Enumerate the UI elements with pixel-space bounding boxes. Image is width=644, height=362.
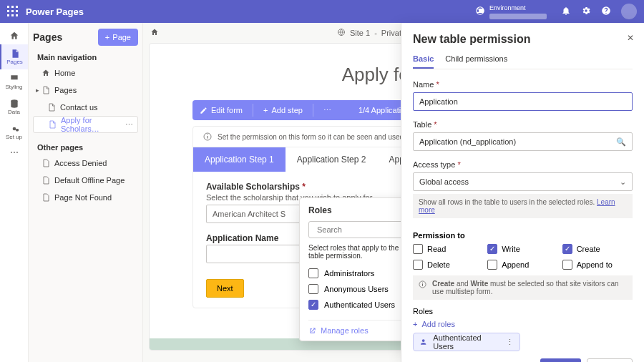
tree-apply[interactable]: Apply for Scholars… ⋯ (33, 116, 138, 133)
environment-icon (475, 6, 485, 18)
name-input[interactable]: Application (413, 92, 633, 111)
edit-form-label: Edit form (211, 106, 243, 114)
add-step-label: Add step (271, 106, 302, 114)
rail-data-label: Data (8, 109, 20, 115)
access-type-select[interactable]: Global access ⌄ (413, 172, 633, 191)
table-input[interactable]: Application (nd_application) 🔍 (413, 132, 633, 151)
other-pages-label: Other pages (37, 143, 138, 152)
manage-roles-link[interactable]: Manage roles (308, 320, 415, 335)
appname-label: Application Name (206, 233, 278, 243)
perm-appendto[interactable]: Append to (562, 260, 633, 270)
user-avatar[interactable] (621, 4, 637, 19)
rail-styling[interactable]: Styling (0, 69, 28, 94)
rail-home[interactable] (0, 27, 28, 44)
search-icon: 🔍 (616, 137, 626, 147)
tree-item-more[interactable]: ⋯ (125, 120, 133, 129)
environment-name-redacted (489, 14, 547, 19)
rail-pages-label: Pages (6, 59, 23, 65)
name-label: Name (413, 80, 434, 89)
tree-pages[interactable]: ▸ Pages (33, 82, 138, 99)
plus-icon: + (263, 106, 268, 114)
add-step-button[interactable]: + Add step (256, 100, 310, 120)
panel-close[interactable]: ✕ (627, 33, 634, 43)
perm-delete[interactable]: Delete (413, 260, 483, 270)
next-button[interactable]: Next (206, 279, 244, 298)
svg-rect-0 (7, 6, 9, 8)
tree-access-denied-label: Access Denied (54, 159, 107, 167)
help-icon[interactable] (601, 6, 611, 18)
notifications-icon[interactable] (561, 6, 571, 18)
site-icon (337, 28, 346, 38)
svg-rect-6 (7, 14, 9, 16)
add-page-button[interactable]: + Page (98, 29, 138, 46)
panel-tab-basic[interactable]: Basic (413, 54, 434, 69)
chevron-down-icon: ⌄ (620, 177, 626, 187)
tree-access-denied[interactable]: Access Denied (33, 155, 138, 172)
access-type-label: Access type (413, 160, 455, 169)
pages-sidebar: Pages + Page Main navigation Home ▸ Page… (29, 23, 143, 362)
rail-styling-label: Styling (5, 84, 22, 90)
role-option-anonymous[interactable]: Anonymous Users (308, 281, 415, 297)
svg-point-19 (422, 339, 425, 342)
step-tab-2[interactable]: Application Step 2 (286, 147, 378, 172)
svg-rect-8 (16, 14, 18, 16)
app-title: Power Pages (26, 6, 84, 17)
roles-label: Roles (413, 307, 633, 315)
svg-rect-12 (208, 136, 208, 139)
tree-pages-label: Pages (54, 86, 77, 94)
rail-pages[interactable]: Pages (0, 44, 28, 69)
roles-search[interactable] (308, 221, 415, 238)
settings-icon[interactable] (581, 6, 591, 18)
roles-popover-title: Roles (308, 205, 415, 215)
step-tab-1[interactable]: Application Step 1 (193, 147, 286, 172)
edit-form-button[interactable]: Edit form (192, 100, 250, 120)
plus-icon: + (105, 33, 109, 41)
svg-rect-4 (11, 10, 14, 12)
svg-rect-5 (16, 10, 18, 12)
tree-contact[interactable]: Contact us (33, 99, 138, 116)
pencil-icon (200, 107, 208, 114)
rail-setup[interactable]: Set up (0, 119, 28, 145)
perm-append[interactable]: Append (487, 260, 557, 270)
sidebar-title: Pages (33, 31, 62, 43)
tree-home-label: Home (54, 69, 75, 77)
chevron-right-icon: ▸ (36, 87, 39, 94)
waffle-icon[interactable] (7, 6, 19, 17)
toolbar-more[interactable]: ⋯ (316, 100, 338, 120)
role-option-authenticated[interactable]: Authenticated Users (308, 297, 415, 313)
home-icon[interactable] (150, 28, 159, 38)
tree-notfound[interactable]: Page Not Found (33, 189, 138, 206)
new-table-permission-panel: New table permission ✕ Basic Child permi… (401, 23, 644, 362)
topbar: Power Pages Environment (0, 0, 644, 23)
rail-data[interactable]: Data (0, 94, 28, 119)
person-icon (419, 338, 427, 346)
perm-write[interactable]: Write (487, 244, 557, 254)
crumb-site[interactable]: Site 1 (350, 29, 370, 37)
plus-icon: + (413, 320, 417, 328)
panel-tab-child[interactable]: Child permissions (445, 54, 507, 69)
external-icon (308, 327, 316, 335)
perm-create[interactable]: Create (562, 244, 633, 254)
svg-rect-1 (11, 6, 14, 8)
add-roles-button[interactable]: + Add roles (413, 320, 633, 328)
tree-home[interactable]: Home (33, 64, 138, 82)
cancel-button[interactable]: Cancel (587, 358, 633, 362)
svg-rect-3 (7, 10, 9, 12)
role-option-admin[interactable]: Administrators (308, 265, 415, 281)
rail-more[interactable]: ⋯ (10, 147, 19, 157)
access-type-helper: Show all rows in the table to users in t… (413, 194, 633, 218)
role-chip-authenticated[interactable]: Authenticated Users ⋮ (413, 333, 520, 351)
environment-switcher[interactable]: Environment (475, 4, 547, 19)
roles-help-text: Select roles that apply to the table per… (308, 244, 415, 260)
save-button[interactable]: Save (540, 358, 581, 362)
svg-rect-2 (16, 6, 18, 8)
role-chip-more[interactable]: ⋮ (506, 338, 514, 347)
table-label: Table (413, 120, 431, 129)
svg-rect-17 (422, 284, 423, 286)
environment-label: Environment (489, 4, 547, 12)
tree-contact-label: Contact us (60, 103, 98, 112)
info-icon (419, 280, 426, 288)
tree-offline[interactable]: Default Offline Page (33, 172, 138, 189)
perm-read[interactable]: Read (413, 244, 483, 254)
main-nav-label: Main navigation (37, 53, 138, 62)
